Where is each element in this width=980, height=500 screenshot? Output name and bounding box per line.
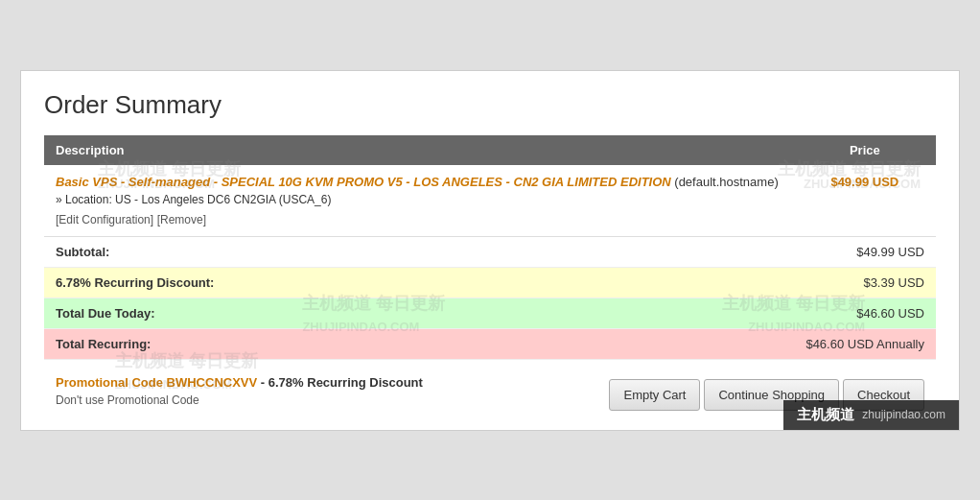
footer-bar: 主机频道 zhujipindao.com (783, 400, 959, 430)
promo-info: Promotional Code BWHCCNCXVV - 6.78% Recu… (56, 375, 609, 407)
product-description-cell: Basic VPS - Self-managed - SPECIAL 10G K… (44, 165, 794, 237)
promo-description: - 6.78% Recurring Discount (261, 375, 423, 390)
recurring-value: $46.60 USD Annually (794, 328, 936, 359)
subtotal-row: Subtotal: $49.99 USD (44, 236, 936, 267)
remove-promo-link[interactable]: Don't use Promotional Code (56, 393, 609, 407)
product-links: [Edit Configuration] [Remove] (56, 212, 782, 226)
edit-configuration-link[interactable]: [Edit Configuration] (56, 213, 153, 226)
subtotal-label: Subtotal: (44, 236, 794, 267)
promo-label: Promotional Code (56, 375, 163, 390)
header-description: Description (44, 135, 794, 165)
order-table: Description Price Basic VPS - Self-manag… (44, 135, 936, 360)
product-name: Basic VPS - Self-managed - SPECIAL 10G K… (56, 175, 782, 189)
promo-code: BWHCCNCXVV - 6.78% Recurring Discount (167, 375, 423, 390)
footer-site-url: zhujipindao.com (862, 408, 945, 421)
order-summary-panel: Order Summary 主机频道 每日更新 ZHUJIPINDAO.COM … (20, 70, 960, 431)
remove-link[interactable]: [Remove] (157, 213, 206, 226)
subtotal-value: $49.99 USD (794, 236, 936, 267)
header-price: Price (794, 135, 936, 165)
recurring-label: Total Recurring: (44, 328, 794, 359)
recurring-row: Total Recurring: $46.60 USD Annually (44, 328, 936, 359)
footer-site-name: 主机频道 (797, 406, 854, 424)
total-today-label: Total Due Today: (44, 298, 794, 328)
discount-label: 6.78% Recurring Discount: (44, 267, 794, 298)
page-title: Order Summary (44, 90, 936, 120)
total-today-value: $46.60 USD (794, 298, 936, 328)
product-price-cell: $49.99 USD (794, 165, 936, 237)
product-row: Basic VPS - Self-managed - SPECIAL 10G K… (44, 165, 936, 237)
promo-code-line: Promotional Code BWHCCNCXVV - 6.78% Recu… (56, 375, 609, 390)
product-location: » Location: US - Los Angeles DC6 CN2GIA … (56, 193, 782, 206)
discount-row: 6.78% Recurring Discount: $3.39 USD (44, 267, 936, 298)
total-today-row: Total Due Today: $46.60 USD (44, 298, 936, 328)
empty-cart-button[interactable]: Empty Cart (609, 379, 700, 411)
discount-value: $3.39 USD (794, 267, 936, 298)
